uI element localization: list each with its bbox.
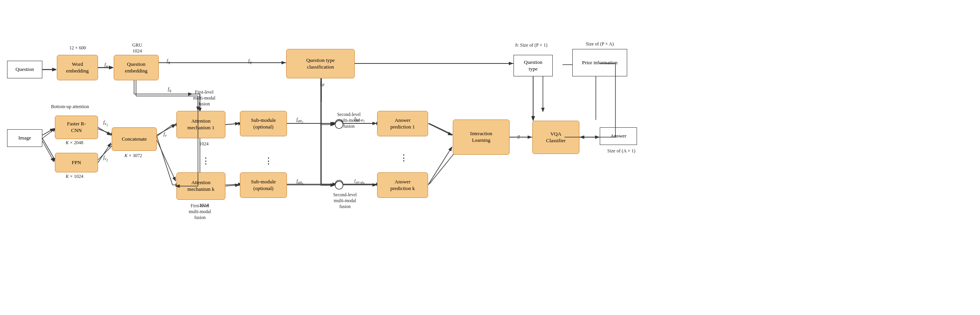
concatenate-box: Concatenate bbox=[112, 127, 157, 151]
sub1-label: Sub-module(optional) bbox=[251, 117, 276, 130]
interaction-learning-label: InteractionLearning bbox=[470, 130, 492, 144]
attnk-label: Attentionmechanism k bbox=[187, 179, 214, 193]
diagram: Question Wordembedding Questionembedding… bbox=[0, 0, 980, 315]
question-box: Question bbox=[7, 61, 42, 78]
k3072-label: K × 3072 bbox=[112, 153, 155, 159]
pred-dots: ⋮ bbox=[392, 153, 416, 163]
second-levelk-label: Second-levelmulti-modalfusion bbox=[318, 192, 372, 210]
fq2-label: fq bbox=[163, 86, 176, 92]
k1024-label: K × 1024 bbox=[55, 174, 94, 179]
first-level1-label: First-levelmulti-modalfusion bbox=[179, 89, 230, 107]
fq1-label: fq bbox=[162, 58, 175, 64]
answer-predk-label: Answerprediction k bbox=[390, 179, 415, 192]
subk-box: Sub-module(optional) bbox=[240, 172, 287, 198]
second-level1-label: Second-levelmulti-modalfusion bbox=[321, 112, 376, 129]
fpn-box: FPN bbox=[55, 153, 98, 172]
vqa-classifier-label: VQAClassifier bbox=[546, 131, 566, 144]
subk-label: Sub-module(optional) bbox=[251, 179, 276, 192]
interaction-learning-box: InteractionLearning bbox=[453, 119, 510, 155]
concatenate-label: Concatenate bbox=[122, 136, 147, 143]
fq3-label: fq bbox=[243, 58, 257, 64]
gru-label: GRU bbox=[122, 42, 153, 48]
svg-line-17 bbox=[42, 138, 56, 162]
bottom-up-label: Bottom-up attention bbox=[51, 104, 106, 110]
prior-info-box: Prior information bbox=[572, 49, 627, 76]
fv2-label: fv2 bbox=[99, 155, 113, 162]
question-type-class-label: Question typeclassification bbox=[306, 57, 335, 71]
size-12-600-label: 12 × 600 bbox=[58, 45, 97, 51]
faster-rcnn-box: Faster R-CNN bbox=[55, 116, 98, 139]
attnk-1024-label: 1024 bbox=[192, 203, 216, 208]
fpn-label: FPN bbox=[72, 159, 81, 166]
pa-size-label: Size of (P × A) bbox=[568, 41, 631, 47]
answer-predk-box: Answerprediction k bbox=[377, 172, 428, 198]
svg-line-16 bbox=[42, 128, 56, 138]
question-label: Question bbox=[16, 66, 34, 73]
answer-pred1-label: Answerprediction 1 bbox=[390, 117, 415, 130]
question-embedding-label: Questionembedding bbox=[125, 61, 148, 74]
gru-1024-label: 1024 bbox=[122, 48, 153, 54]
word-embedding-box: Wordembedding bbox=[57, 55, 98, 80]
g-label: g bbox=[513, 133, 524, 139]
attn1-1024-label: 1024 bbox=[192, 141, 216, 147]
faster-rcnn-label: Faster R-CNN bbox=[67, 121, 86, 134]
word-embedding-label: Wordembedding bbox=[66, 61, 89, 74]
svg-point-39 bbox=[335, 180, 343, 188]
fw-label: fw bbox=[100, 62, 113, 68]
fatt-qtk-label: fatt-qtk bbox=[346, 178, 373, 185]
sub-dots: ⋮ bbox=[257, 156, 280, 166]
answer-label: Answer bbox=[610, 133, 626, 139]
sub1-box: Sub-module(optional) bbox=[240, 111, 287, 136]
image-box: Image bbox=[7, 129, 42, 147]
fqt-label: fqt bbox=[314, 80, 330, 87]
attn1-box: Attentionmechanism 1 bbox=[176, 111, 225, 138]
attn1-label: Attentionmechanism 1 bbox=[187, 118, 214, 131]
prior-info-label: Prior information bbox=[582, 60, 618, 66]
image-label: Image bbox=[18, 135, 31, 141]
answer-pred1-box: Answerprediction 1 bbox=[377, 111, 428, 136]
fv1-label: fv1 bbox=[99, 119, 113, 127]
attn-dots: ⋮ bbox=[194, 156, 218, 166]
question-type-box: Questiontype bbox=[514, 55, 553, 76]
svg-line-22 bbox=[157, 136, 172, 185]
question-type-label: Questiontype bbox=[524, 59, 543, 72]
fattk-label: fattk bbox=[290, 178, 310, 186]
a1-size-label: Size of (A × 1) bbox=[596, 148, 647, 154]
fatt1-label: fatt1 bbox=[290, 117, 310, 124]
question-embedding-box: Questionembedding bbox=[114, 55, 159, 80]
fv-label: fv bbox=[159, 131, 171, 138]
k2048-label: K × 2048 bbox=[55, 140, 94, 146]
vqa-classifier-box: VQAClassifier bbox=[532, 121, 579, 154]
answer-box: Answer bbox=[600, 127, 637, 145]
attnk-box: Attentionmechanism k bbox=[176, 172, 225, 200]
h-size-label: h: Size of (P × 1) bbox=[497, 42, 566, 48]
question-type-class-box: Question typeclassification bbox=[286, 49, 355, 78]
